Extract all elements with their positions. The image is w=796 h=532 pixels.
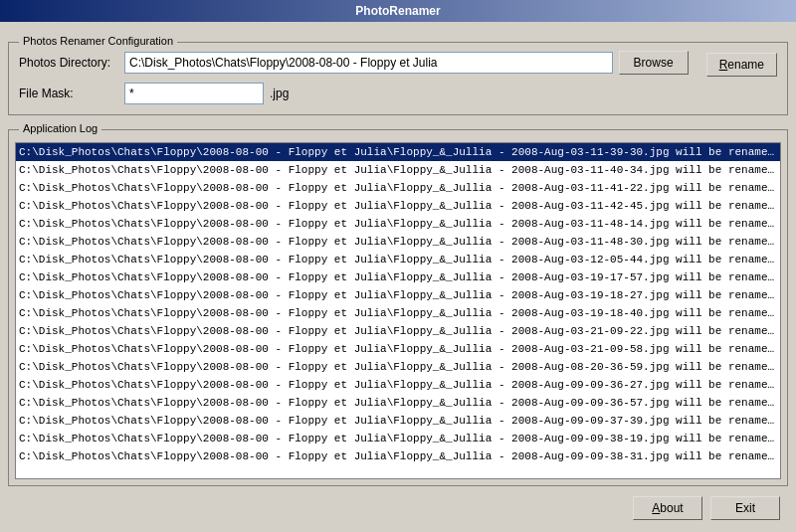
app-title: PhotoRenamer (355, 4, 440, 18)
file-mask-label: File Mask: (19, 87, 118, 100)
log-list[interactable]: C:\Disk_Photos\Chats\Floppy\2008-08-00 -… (15, 142, 781, 479)
log-item[interactable]: C:\Disk_Photos\Chats\Floppy\2008-08-00 -… (16, 161, 780, 179)
photos-directory-input[interactable] (124, 52, 613, 74)
log-item[interactable]: C:\Disk_Photos\Chats\Floppy\2008-08-00 -… (16, 197, 780, 215)
config-group-legend: Photos Renamer Configuration (19, 35, 177, 47)
bottom-bar: About Exit (8, 492, 788, 524)
log-item[interactable]: C:\Disk_Photos\Chats\Floppy\2008-08-00 -… (16, 394, 780, 412)
log-item[interactable]: C:\Disk_Photos\Chats\Floppy\2008-08-00 -… (16, 304, 780, 322)
log-item[interactable]: C:\Disk_Photos\Chats\Floppy\2008-08-00 -… (16, 268, 780, 286)
title-bar: PhotoRenamer (0, 0, 796, 22)
config-group: Photos Renamer Configuration Photos Dire… (8, 42, 788, 115)
about-button[interactable]: About (633, 496, 702, 520)
browse-button[interactable]: Browse (619, 51, 689, 75)
log-item[interactable]: C:\Disk_Photos\Chats\Floppy\2008-08-00 -… (16, 447, 780, 465)
log-item[interactable]: C:\Disk_Photos\Chats\Floppy\2008-08-00 -… (16, 376, 780, 394)
log-item[interactable]: C:\Disk_Photos\Chats\Floppy\2008-08-00 -… (16, 430, 780, 447)
config-fields: Photos Directory: Browse File Mask: .jpg (19, 51, 689, 104)
log-item[interactable]: C:\Disk_Photos\Chats\Floppy\2008-08-00 -… (16, 358, 780, 376)
log-group: Application Log C:\Disk_Photos\Chats\Flo… (8, 129, 788, 486)
about-label: About (652, 501, 683, 515)
exit-button[interactable]: Exit (710, 496, 780, 520)
rename-button[interactable]: Rename (706, 53, 777, 77)
log-item[interactable]: C:\Disk_Photos\Chats\Floppy\2008-08-00 -… (16, 179, 780, 197)
log-item[interactable]: C:\Disk_Photos\Chats\Floppy\2008-08-00 -… (16, 143, 780, 161)
log-item[interactable]: C:\Disk_Photos\Chats\Floppy\2008-08-00 -… (16, 233, 780, 251)
log-item[interactable]: C:\Disk_Photos\Chats\Floppy\2008-08-00 -… (16, 412, 780, 430)
file-ext-label: .jpg (270, 87, 289, 100)
rename-label: Rename (719, 58, 764, 72)
log-item[interactable]: C:\Disk_Photos\Chats\Floppy\2008-08-00 -… (16, 215, 780, 233)
log-item[interactable]: C:\Disk_Photos\Chats\Floppy\2008-08-00 -… (16, 251, 780, 268)
log-item[interactable]: C:\Disk_Photos\Chats\Floppy\2008-08-00 -… (16, 286, 780, 304)
file-mask-input[interactable] (124, 83, 264, 104)
log-item[interactable]: C:\Disk_Photos\Chats\Floppy\2008-08-00 -… (16, 322, 780, 340)
photos-directory-label: Photos Directory: (19, 56, 118, 70)
log-group-legend: Application Log (19, 122, 101, 134)
exit-label: Exit (735, 501, 755, 515)
log-item[interactable]: C:\Disk_Photos\Chats\Floppy\2008-08-00 -… (16, 340, 780, 358)
